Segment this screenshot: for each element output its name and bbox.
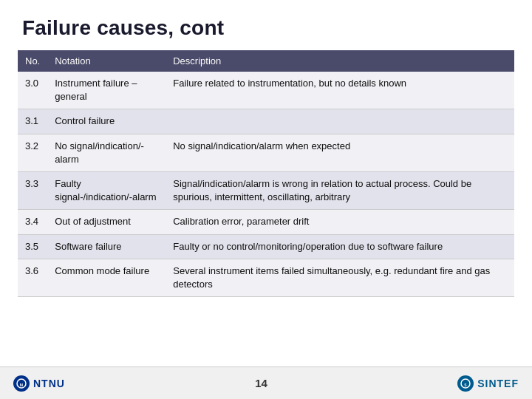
cell-no: 3.2: [18, 134, 47, 171]
cell-no: 3.4: [18, 210, 47, 234]
table-row: 3.4Out of adjustmentCalibration error, p…: [18, 210, 514, 234]
svg-text:S: S: [465, 382, 468, 386]
cell-no: 3.1: [18, 109, 47, 134]
cell-no: 3.0: [18, 72, 47, 109]
svg-text:N: N: [20, 382, 23, 386]
cell-no: 3.5: [18, 234, 47, 259]
cell-notation: Control failure: [47, 109, 166, 134]
cell-notation: Common mode failure: [47, 259, 166, 296]
cell-description: Calibration error, parameter drift: [166, 210, 514, 234]
table-container: No. Notation Description 3.0Instrument f…: [0, 50, 532, 297]
cell-no: 3.6: [18, 259, 47, 296]
cell-notation: Instrument failure – general: [47, 72, 166, 109]
ntnu-logo: N NTNU: [13, 375, 65, 392]
cell-no: 3.3: [18, 171, 47, 209]
table-row: 3.6Common mode failureSeveral instrument…: [18, 259, 514, 296]
page-number: 14: [255, 377, 267, 389]
title-bar: Failure causes, cont: [0, 0, 532, 50]
table-row: 3.3Faulty signal-/indication/-alarmSigna…: [18, 171, 514, 209]
slide: Failure causes, cont No. Notation Descri…: [0, 0, 532, 399]
ntnu-circle-icon: N: [13, 375, 30, 392]
table-row: 3.0Instrument failure – generalFailure r…: [18, 72, 514, 109]
cell-description: [166, 109, 514, 134]
failure-table: No. Notation Description 3.0Instrument f…: [18, 50, 514, 297]
ntnu-label: NTNU: [33, 378, 65, 389]
table-row: 3.1Control failure: [18, 109, 514, 134]
cell-notation: No signal/indication/-alarm: [47, 134, 166, 171]
cell-notation: Out of adjustment: [47, 210, 166, 234]
header-description: Description: [166, 50, 514, 72]
ntnu-icon-svg: N: [16, 378, 27, 389]
header-notation: Notation: [47, 50, 166, 72]
cell-description: Failure related to instrumentation, but …: [166, 72, 514, 109]
slide-title: Failure causes, cont: [22, 16, 510, 40]
footer: N NTNU 14 S SINTEF: [0, 366, 532, 399]
table-row: 3.2No signal/indication/-alarmNo signal/…: [18, 134, 514, 171]
cell-description: Faulty or no control/monitoring/operatio…: [166, 234, 514, 259]
sintef-label: SINTEF: [477, 378, 519, 389]
cell-description: Signal/indication/alarm is wrong in rela…: [166, 171, 514, 209]
sintef-circle-icon: S: [457, 375, 474, 392]
cell-description: No signal/indication/alarm when expected: [166, 134, 514, 171]
sintef-icon-svg: S: [460, 378, 471, 389]
cell-notation: Software failure: [47, 234, 166, 259]
table-header-row: No. Notation Description: [18, 50, 514, 72]
cell-description: Several instrument items failed simultan…: [166, 259, 514, 296]
table-row: 3.5Software failureFaulty or no control/…: [18, 234, 514, 259]
header-no: No.: [18, 50, 47, 72]
sintef-logo: S SINTEF: [457, 375, 519, 392]
cell-notation: Faulty signal-/indication/-alarm: [47, 171, 166, 209]
